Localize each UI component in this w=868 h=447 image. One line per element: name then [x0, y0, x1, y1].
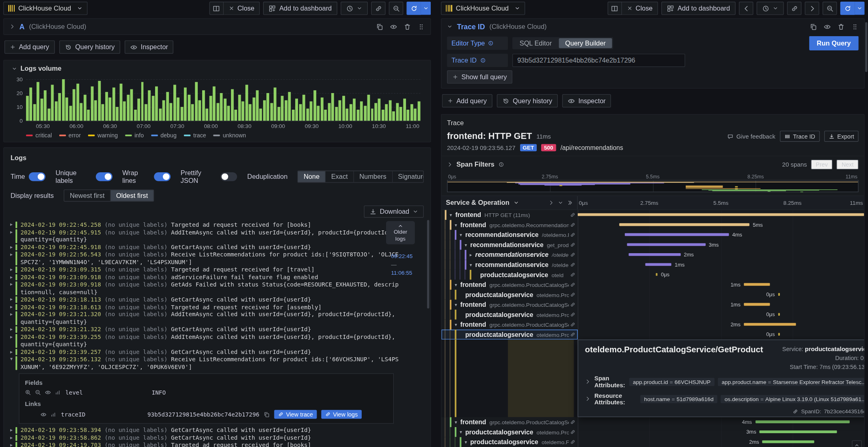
span-timeline-cell[interactable]: 4ms	[578, 417, 864, 427]
move-range-back-button[interactable]	[739, 2, 753, 15]
option-sql-editor[interactable]: SQL Editor	[514, 38, 558, 48]
inspector-button[interactable]: Inspector	[562, 94, 611, 108]
log-row[interactable]: ▸2024-02-19 09:22:45.915 (no unique labe…	[7, 228, 399, 243]
log-expand-icon[interactable]: ▸	[7, 243, 15, 251]
scroll-to-top-button[interactable]	[852, 440, 862, 447]
expand-icon[interactable]: ▾	[463, 242, 469, 248]
option-exact[interactable]: Exact	[325, 171, 354, 182]
span-name-cell[interactable]: ▾frontendgrpc.oteldemo.RecommendationSer…	[441, 220, 578, 230]
legend-item-info[interactable]: info	[125, 132, 144, 138]
add-to-dashboard-button[interactable]: Add to dashboard	[661, 2, 735, 15]
option-query-builder[interactable]: Query Builder	[559, 38, 612, 48]
log-row[interactable]: ▸2024-02-19 09:22:45.258 (no unique labe…	[7, 221, 399, 228]
span-link-icon[interactable]	[570, 302, 576, 308]
log-row[interactable]: ▸2024-02-19 09:23:39.257 (no unique labe…	[7, 348, 399, 356]
give-feedback-button[interactable]: Give feedback	[728, 133, 775, 139]
span-timeline-cell[interactable]: 1ms	[578, 299, 864, 310]
download-button[interactable]: Download	[364, 206, 424, 218]
drag-handle-icon[interactable]	[851, 23, 859, 30]
show-field-icon[interactable]	[45, 389, 51, 395]
log-expand-icon[interactable]: ▸	[7, 427, 15, 434]
log-row[interactable]: ▸2024-02-19 09:22:45.918 (no unique labe…	[7, 243, 399, 251]
span-link-icon[interactable]	[570, 222, 576, 228]
span-timeline-cell[interactable]: 4ms	[578, 230, 864, 240]
log-expand-icon[interactable]: ▸	[7, 333, 15, 348]
span-name-cell[interactable]: ▾frontendgrpc.oteldemo.ProductCatalogSer…	[441, 299, 578, 310]
span-link-icon[interactable]	[570, 232, 576, 238]
time-toggle[interactable]	[29, 172, 45, 181]
span-name-cell[interactable]: ▾frontendgrpc.oteldemo.ProductCatalogSer…	[441, 417, 578, 427]
older-logs-button[interactable]: Older logs	[386, 221, 415, 244]
span-name-cell[interactable]: productcatalogserviceoteldemo.Produc	[441, 310, 578, 320]
log-expand-icon[interactable]: ▸	[7, 348, 15, 356]
next-span-button[interactable]: Next	[837, 160, 859, 170]
move-range-forward-button[interactable]	[805, 2, 819, 15]
field-stats-icon[interactable]	[50, 411, 56, 417]
span-timeline-cell[interactable]: 2ms	[578, 320, 864, 330]
view-trace-button[interactable]: View trace	[274, 410, 317, 419]
span-timeline-cell[interactable]: 3ms	[578, 427, 864, 437]
span-row[interactable]: productcatalogserviceoteldemo.Produc0μs	[441, 330, 864, 340]
span-name-cell[interactable]: productcatalogserviceoteldemo.Produc	[441, 330, 578, 340]
logs-volume-chart[interactable]: 0102030	[26, 79, 420, 122]
span-filters-collapse-icon[interactable]	[447, 162, 453, 167]
span-row[interactable]: productcatalogserviceoteldemo.Produc0μs	[441, 290, 864, 300]
span-link-icon[interactable]	[570, 272, 576, 278]
span-row[interactable]: ▾frontendgrpc.oteldemo.ProductCatalogSer…	[441, 299, 864, 310]
log-row[interactable]: ▸2024-02-19 09:23:18.613 (no unique labe…	[7, 303, 399, 310]
span-link-icon[interactable]	[570, 212, 576, 218]
log-expand-icon[interactable]: ▸	[7, 311, 15, 326]
log-expand-icon[interactable]: ▸	[7, 266, 15, 273]
span-link-icon[interactable]	[570, 292, 576, 297]
expand-icon[interactable]: ▾	[453, 282, 459, 288]
show-field-icon[interactable]	[41, 411, 47, 417]
log-expand-icon[interactable]: ▸	[7, 281, 15, 296]
refresh-interval-button[interactable]	[855, 2, 865, 15]
query-collapse-icon[interactable]	[447, 24, 453, 30]
span-row[interactable]: ▾frontendgrpc.oteldemo.ProductCatalogSer…	[441, 320, 864, 330]
attribute-chip[interactable]: app.product.name=Starsense Explorer Refr…	[718, 378, 865, 386]
span-row[interactable]: ▾recommendationservice/otelde1ms	[441, 260, 864, 270]
close-split-button[interactable]: Close	[224, 2, 260, 15]
time-picker-button[interactable]	[341, 2, 368, 15]
span-name-cell[interactable]: productcatalogserviceoteld	[441, 270, 578, 280]
span-row[interactable]: productcatalogserviceoteld0μs	[441, 270, 864, 280]
filter-out-value-icon[interactable]	[35, 389, 41, 395]
expand-icon[interactable]: ▾	[458, 430, 464, 435]
logs-range-indicator[interactable]: 09:22:45 — 11:06:55	[391, 252, 412, 277]
close-split-button[interactable]: Close	[622, 2, 659, 15]
remove-query-icon[interactable]	[838, 23, 845, 30]
span-timeline-cell[interactable]: 1ms	[578, 280, 864, 290]
expand-icon[interactable]: ▾	[463, 439, 469, 445]
span-name-cell[interactable]: ▾recommendationservice/oteldemo.Rec	[441, 230, 578, 240]
span-name-cell[interactable]: ▾frontendgrpc.oteldemo.ProductCatalogSer…	[441, 280, 578, 290]
log-expand-icon[interactable]: ▾	[7, 356, 15, 371]
datasource-picker[interactable]: ClickHouse Cloud	[441, 2, 525, 15]
log-row[interactable]: ▸2024-02-19 09:23:21.320 (no unique labe…	[7, 311, 399, 326]
attribute-chip[interactable]: app.product.id=66VCHSJNUP	[629, 378, 714, 386]
span-name-cell[interactable]: ▾productcatalogserviceoteldemo.Fea	[441, 437, 578, 447]
span-link-icon[interactable]	[570, 312, 576, 317]
expand-all-icon[interactable]	[567, 200, 573, 206]
prev-span-button[interactable]: Prev	[811, 160, 833, 170]
span-name-cell[interactable]: ▾productcatalogserviceoteldemo.Produc	[441, 427, 578, 437]
unique-labels-toggle[interactable]	[96, 172, 112, 181]
span-id[interactable]: SpanID: 7b23cec443516dfe	[793, 408, 865, 414]
log-expand-icon[interactable]: ▸	[7, 251, 15, 266]
attribute-chip[interactable]: host.name=51d7989a616d	[640, 395, 717, 403]
expand-icon[interactable]: ▾	[453, 302, 459, 308]
expand-icon[interactable]: ▾	[448, 212, 454, 218]
span-row[interactable]: ▾recommendationservice/oteldemo.Rec4ms	[441, 230, 864, 240]
span-row[interactable]: ▾frontendgrpc.oteldemo.ProductCatalogSer…	[441, 280, 864, 290]
refresh-interval-button[interactable]	[421, 2, 431, 15]
minimap-strip[interactable]	[447, 180, 859, 192]
expand-icon[interactable]: ▾	[468, 262, 474, 268]
span-name-cell[interactable]: ▾frontendHTTP GET (11ms)	[441, 210, 578, 220]
logs-scrollbar[interactable]	[427, 220, 429, 308]
prettify-json-toggle[interactable]	[221, 172, 238, 181]
wrap-lines-toggle[interactable]	[154, 172, 171, 181]
resource-attributes-row[interactable]: Resource Attributes: host.name=51d7989a6…	[585, 392, 865, 406]
add-query-button[interactable]: Add query	[4, 41, 55, 54]
trace-id-button[interactable]: Trace ID	[780, 131, 820, 142]
span-timeline-cell[interactable]: 1ms	[578, 260, 864, 270]
